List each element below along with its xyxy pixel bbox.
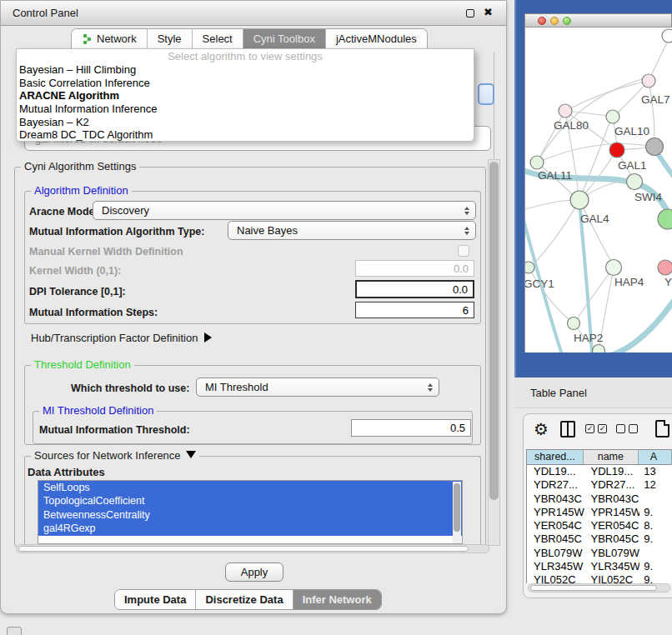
zoom-traffic-light-icon[interactable] [563, 17, 571, 25]
attribute-item-betweennesscentrality[interactable]: BetweennessCentrality [38, 508, 462, 522]
aracne-mode-label: Aracne Mode: [29, 206, 98, 218]
manual-kernel-checkbox[interactable] [458, 245, 469, 257]
kernel-width-field[interactable]: 0.0 [355, 260, 474, 277]
attribute-item-topologicalcoefficient[interactable]: TopologicalCoefficient [38, 494, 462, 508]
mi-algorithm-type-select[interactable]: Naive Bayes [228, 221, 476, 240]
network-node[interactable] [662, 29, 672, 42]
file-icon[interactable] [655, 420, 669, 438]
threshold-definition-title: Threshold Definition [31, 358, 134, 371]
table-cell: YIL052C [584, 573, 640, 583]
node-label-gal1: GAL1 [618, 159, 647, 172]
network-node-gal10[interactable] [606, 110, 619, 123]
algorithm-option-mutual-information-inference[interactable]: Mutual Information Inference [17, 102, 474, 116]
tab-style[interactable]: Style [147, 29, 192, 48]
network-edge[interactable] [539, 111, 565, 159]
network-node-gal80[interactable] [559, 104, 572, 118]
network-edge[interactable] [579, 202, 592, 352]
column-header-shared-[interactable]: shared... [527, 450, 584, 464]
collapse-down-icon [186, 451, 196, 458]
attribute-item-gal4rgexp[interactable]: gal4RGexp [38, 522, 462, 535]
network-edge[interactable] [649, 81, 654, 138]
network-edge[interactable] [584, 150, 617, 195]
tab-cyni-toolbox[interactable]: Cyni Toolbox [243, 29, 325, 48]
table-row[interactable]: YLR345WYLR345W9. [527, 560, 672, 573]
network-view-canvas[interactable]: GAL7GAL80GAL10GAL1GAL11SWI4GAL4GCY1HAP4Y… [524, 28, 672, 352]
mi-steps-label: Mutual Information Steps: [29, 307, 158, 318]
checked-checkbox-icon[interactable]: ✓ [598, 424, 607, 433]
float-window-icon[interactable] [466, 9, 474, 18]
attribute-item-selfloops[interactable]: SelfLoops [38, 481, 462, 494]
network-node-hap2[interactable] [568, 318, 580, 330]
network-node[interactable] [646, 138, 664, 156]
algorithm-option-dream8-dc-tdc-algorithm[interactable]: Dream8 DC_TDC Algorithm [17, 128, 474, 142]
close-icon[interactable]: ✖ [484, 6, 493, 18]
aracne-mode-select[interactable]: Discovery [93, 201, 476, 220]
column-header-a[interactable]: A [639, 450, 672, 464]
spinner-icon [464, 207, 469, 215]
table-row[interactable]: YDL19...YDL19...13 [527, 465, 672, 478]
network-node[interactable] [593, 345, 605, 353]
table-row[interactable]: YBR043CYBR043C [527, 492, 672, 506]
network-node-gal11[interactable] [530, 156, 544, 169]
network-edge[interactable] [525, 200, 573, 209]
column-header-name[interactable]: name [584, 450, 639, 464]
control-panel-titlebar[interactable]: Control Panel ✖ [1, 1, 506, 26]
split-columns-icon[interactable] [560, 421, 575, 438]
node-label-gal80: GAL80 [554, 119, 589, 132]
attributes-scrollbar[interactable] [453, 482, 461, 543]
table-row[interactable]: YER054CYER054C8. [527, 519, 672, 532]
table-row[interactable]: YIL052CYIL052C9. [527, 573, 672, 583]
table-row[interactable]: YBL079WYBL079W [527, 547, 672, 560]
network-node-hap4[interactable] [606, 260, 622, 276]
gear-icon[interactable]: ⚙ [534, 419, 549, 439]
mi-threshold-field[interactable]: 0.5 [351, 419, 471, 437]
hub-definition-toggle[interactable]: Hub/Transcription Factor Definition [31, 332, 212, 344]
tab-jactivemnodules[interactable]: jActiveMNodules [325, 29, 427, 48]
algorithm-option-basic-correlation-inference[interactable]: Basic Correlation Inference [17, 77, 474, 90]
network-node-gal7[interactable] [642, 74, 655, 88]
table-cell: YLR345W [527, 560, 584, 573]
algorithm-option-aracne-algorithm[interactable]: ARACNE Algorithm [17, 89, 474, 102]
minimize-traffic-light-icon[interactable] [550, 17, 559, 25]
table-row[interactable]: YPR145WYPR145W9. [527, 506, 672, 519]
network-edge[interactable] [570, 81, 649, 108]
algorithm-option-bayesian-hill-climbing[interactable]: Bayesian – Hill Climbing [17, 63, 474, 77]
dpi-tolerance-field[interactable]: 0.0 [355, 280, 474, 298]
table-cell: YDR27... [527, 478, 584, 492]
checked-checkbox-icon[interactable]: ✓ [585, 424, 594, 433]
data-attributes-list[interactable]: SelfLoopsTopologicalCoefficientBetweenne… [38, 480, 463, 544]
network-window-titlebar[interactable] [524, 13, 672, 28]
unchecked-checkbox-icon[interactable] [616, 424, 625, 433]
manual-kernel-label: Manual Kernel Width Definition [29, 246, 183, 258]
network-node-gal4[interactable] [570, 191, 589, 209]
minimized-panel-button[interactable] [7, 627, 22, 635]
table-cell: YER054C [584, 519, 640, 532]
network-edge[interactable] [532, 200, 579, 266]
settings-horizontal-scrollbar[interactable] [16, 544, 489, 553]
tab-network[interactable]: Network [72, 29, 147, 48]
network-node-gcy1[interactable] [525, 262, 534, 273]
network-edge[interactable] [577, 268, 614, 319]
network-node[interactable] [658, 209, 672, 229]
table-cell: YBL079W [527, 547, 584, 560]
algorithm-option-bayesian-k2[interactable]: Bayesian – K2 [17, 116, 474, 129]
which-threshold-select[interactable]: MI Threshold [196, 378, 439, 397]
network-node-gal1[interactable] [609, 142, 624, 158]
mi-steps-field[interactable]: 6 [355, 302, 474, 318]
settings-scrollbar-thumb[interactable] [489, 162, 499, 500]
network-node-y[interactable] [658, 260, 672, 275]
bottom-tab-discretize-data[interactable]: Discretize Data [195, 590, 292, 609]
bottom-tab-impute-data[interactable]: Impute Data [115, 590, 195, 609]
table-cell: YDR27... [584, 478, 640, 492]
table-row[interactable]: YDR27...YDR27...12 [527, 478, 672, 492]
network-edge[interactable] [595, 301, 672, 352]
table-row[interactable]: YBR045CYBR045C9. [527, 532, 672, 546]
apply-button[interactable]: Apply [225, 562, 283, 582]
table-cell: YBR045C [527, 532, 584, 546]
table-horizontal-scrollbar[interactable] [528, 583, 670, 592]
tab-select[interactable]: Select [192, 29, 243, 48]
unchecked-checkbox-icon[interactable] [629, 424, 638, 433]
network-node-swi4[interactable] [627, 174, 643, 190]
bottom-tab-infer-network[interactable]: Infer Network [293, 590, 381, 609]
close-traffic-light-icon[interactable] [538, 17, 546, 25]
